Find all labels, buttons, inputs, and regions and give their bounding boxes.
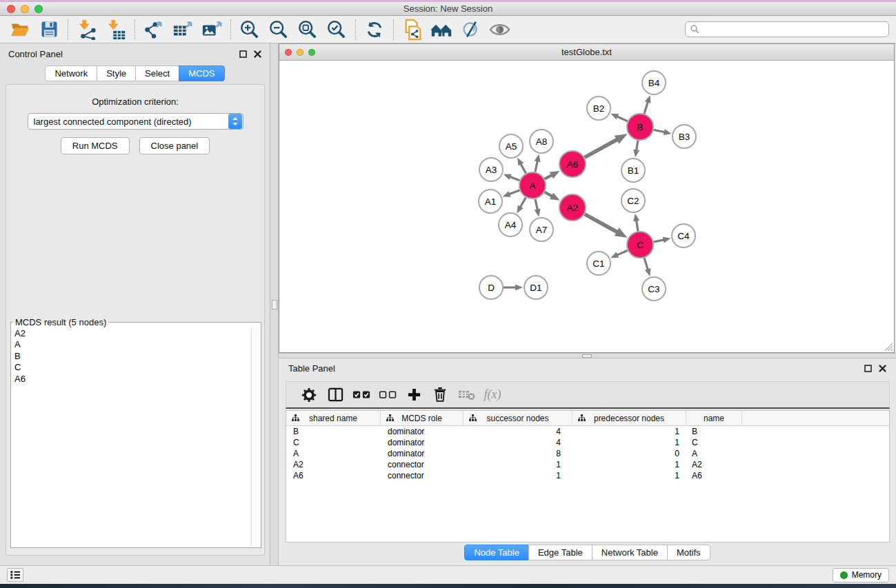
graph-edge[interactable] xyxy=(617,116,627,121)
result-list-item[interactable]: A xyxy=(12,339,251,350)
export-table-button[interactable] xyxy=(168,18,197,41)
show-all-networks-button[interactable] xyxy=(427,18,456,41)
table-cell[interactable]: connector xyxy=(381,471,464,480)
result-list-item[interactable]: B xyxy=(12,351,251,362)
result-list-item[interactable]: C xyxy=(12,362,251,373)
table-cell[interactable]: 1 xyxy=(464,471,573,480)
close-panel-icon[interactable] xyxy=(879,365,886,372)
add-column-button[interactable] xyxy=(401,384,427,406)
paint-style-button[interactable] xyxy=(456,18,485,41)
column-header-predecessor-nodes[interactable]: predecessor nodes xyxy=(573,411,686,425)
close-panel-icon[interactable] xyxy=(254,50,261,58)
graph-edge[interactable] xyxy=(535,161,537,172)
graph-edge[interactable] xyxy=(545,192,552,196)
graph-edge[interactable] xyxy=(637,141,638,151)
task-history-button[interactable] xyxy=(7,568,23,582)
graph-edge[interactable] xyxy=(535,199,537,210)
tab-motifs[interactable]: Motifs xyxy=(667,545,710,560)
function-builder-button[interactable]: f(x) xyxy=(479,384,506,406)
column-header-successor-nodes[interactable]: successor nodes xyxy=(464,411,573,425)
table-cell[interactable]: 4 xyxy=(464,438,573,447)
zoom-in-button[interactable] xyxy=(235,18,264,41)
export-image-button[interactable] xyxy=(197,18,226,41)
table-settings-button[interactable] xyxy=(296,384,322,406)
table-cell[interactable]: 1 xyxy=(573,427,686,436)
table-cell[interactable]: 0 xyxy=(573,449,686,458)
table-row[interactable]: Bdominator41B xyxy=(286,426,889,437)
memory-button[interactable]: Memory xyxy=(833,568,889,582)
table-cell[interactable]: A2 xyxy=(286,460,381,469)
table-row[interactable]: A6connector11A6 xyxy=(286,470,889,481)
table-cell[interactable]: 1 xyxy=(573,438,686,447)
graph-edge[interactable] xyxy=(644,258,648,270)
float-panel-icon[interactable] xyxy=(239,50,247,58)
export-network-button[interactable] xyxy=(139,18,168,41)
table-cell[interactable]: 8 xyxy=(464,449,573,458)
column-header-name[interactable]: name xyxy=(686,411,742,425)
graph-edge[interactable] xyxy=(585,139,617,157)
tab-style[interactable]: Style xyxy=(97,65,136,81)
zoom-out-button[interactable] xyxy=(264,18,293,41)
graph-edge[interactable] xyxy=(545,175,552,179)
table-cell[interactable]: dominator xyxy=(381,438,464,447)
graph-edge[interactable] xyxy=(654,130,665,132)
table-cell[interactable]: dominator xyxy=(381,449,464,458)
graph-edge[interactable] xyxy=(636,221,637,232)
result-list-item[interactable]: A2 xyxy=(12,328,251,339)
table-cell[interactable]: 1 xyxy=(573,471,686,480)
graph-edge[interactable] xyxy=(520,197,526,207)
network-graph[interactable]: B4B2BB3A5A8A6B1A3AC2A1A2A4A7CC4C1C3DD1 xyxy=(279,61,894,352)
show-hide-graphics-button[interactable] xyxy=(485,18,514,41)
graph-edge[interactable] xyxy=(654,240,664,242)
search-input[interactable] xyxy=(703,25,884,34)
import-table-button[interactable] xyxy=(101,18,130,41)
tab-node-table[interactable]: Node Table xyxy=(464,545,529,560)
run-mcds-button[interactable]: Run MCDS xyxy=(61,137,130,154)
deselect-all-button[interactable] xyxy=(375,384,401,406)
close-panel-button[interactable]: Close panel xyxy=(139,137,210,154)
zoom-fit-button[interactable] xyxy=(293,18,322,41)
table-cell[interactable]: dominator xyxy=(381,427,464,436)
table-cell[interactable]: C xyxy=(686,438,742,447)
tab-edge-table[interactable]: Edge Table xyxy=(528,545,593,560)
import-network-button[interactable] xyxy=(72,18,101,41)
optimization-criterion-select[interactable]: largest connected component (directed) xyxy=(28,113,243,130)
apply-layout-button[interactable] xyxy=(360,18,389,41)
graph-edge[interactable] xyxy=(644,102,648,114)
table-cell[interactable]: C xyxy=(286,438,381,447)
tab-select[interactable]: Select xyxy=(135,65,179,81)
splitter-grip[interactable] xyxy=(272,300,277,310)
split-view-button[interactable] xyxy=(322,384,348,406)
horizontal-splitter[interactable] xyxy=(279,353,896,358)
table-row[interactable]: Cdominator41C xyxy=(286,437,889,448)
tab-network-table[interactable]: Network Table xyxy=(592,545,668,560)
open-session-button[interactable] xyxy=(6,18,34,41)
table-cell[interactable]: A xyxy=(286,449,381,458)
table-cell[interactable]: 1 xyxy=(464,460,573,469)
search-field[interactable] xyxy=(685,21,889,37)
tab-network[interactable]: Network xyxy=(45,65,97,81)
table-cell[interactable]: B xyxy=(286,427,381,436)
delete-column-button[interactable] xyxy=(427,384,453,406)
graph-edge[interactable] xyxy=(585,214,617,232)
graph-edge[interactable] xyxy=(510,176,519,180)
table-cell[interactable]: connector xyxy=(381,460,464,469)
vertical-splitter[interactable] xyxy=(270,43,279,565)
delete-table-button[interactable] xyxy=(453,384,479,406)
graph-edge[interactable] xyxy=(509,190,519,194)
select-all-button[interactable] xyxy=(348,384,375,406)
splitter-grip[interactable] xyxy=(582,354,592,358)
table-cell[interactable]: A2 xyxy=(686,460,742,469)
table-cell[interactable]: 1 xyxy=(573,460,686,469)
result-list-item[interactable]: A6 xyxy=(12,374,251,385)
column-header-shared-name[interactable]: shared name xyxy=(286,411,381,425)
table-row[interactable]: Adominator80A xyxy=(286,448,889,459)
graph-edge[interactable] xyxy=(521,163,526,173)
table-cell[interactable]: B xyxy=(686,427,742,436)
table-cell[interactable]: A6 xyxy=(686,471,742,480)
new-network-from-selection-button[interactable] xyxy=(398,18,427,41)
table-cell[interactable]: A xyxy=(686,449,742,458)
float-panel-icon[interactable] xyxy=(864,365,872,372)
result-scrollbar[interactable] xyxy=(251,328,260,547)
network-canvas[interactable]: B4B2BB3A5A8A6B1A3AC2A1A2A4A7CC4C1C3DD1 xyxy=(279,61,894,352)
